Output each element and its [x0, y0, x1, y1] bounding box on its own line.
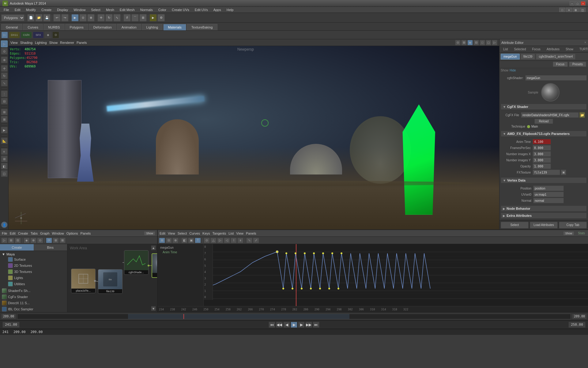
tool-soft-sel[interactable]: ⋮ — [1, 90, 8, 97]
node-tab-file139[interactable]: file139 — [521, 54, 535, 59]
anim-time-field[interactable] — [533, 139, 551, 144]
ge-tb-btn14[interactable]: ⤢ — [253, 238, 259, 243]
timeline-bar[interactable] — [17, 314, 571, 319]
ge-menu-panels[interactable]: Panels — [246, 232, 256, 235]
ge-tb-btn10[interactable]: ◁ — [224, 238, 230, 243]
menu-edit-mesh[interactable]: Edit Mesh — [117, 7, 137, 12]
qa-dx11-btn[interactable]: DX11 — [9, 32, 20, 38]
position-field[interactable] — [533, 186, 564, 191]
vp-icon-3[interactable]: ◈ — [467, 40, 473, 45]
vp-menu-panels[interactable]: Panels — [77, 41, 87, 44]
hs-item-2dtextures[interactable]: 2D Textures — [7, 263, 65, 269]
close-button[interactable]: × — [581, 1, 586, 6]
tool-lasso[interactable]: ⊙ — [1, 48, 8, 55]
select-button[interactable]: Select — [501, 222, 529, 228]
tab-deformation[interactable]: Deformation — [89, 24, 116, 30]
hs-menu-file[interactable]: File — [2, 232, 7, 235]
tab-general[interactable]: General — [1, 24, 22, 30]
toolbar-new-btn[interactable]: 📄 — [27, 14, 35, 21]
attr-tab-list[interactable]: List — [501, 47, 511, 52]
hs-item-utilities[interactable]: Utilities — [7, 281, 65, 287]
copy-tab-button[interactable]: Copy Tab — [559, 222, 587, 228]
fps-field[interactable] — [533, 145, 551, 151]
vp-menu-lighting[interactable]: Lighting — [35, 41, 47, 44]
layout-btn-2[interactable]: ≡ — [566, 8, 572, 12]
hs-maya-header[interactable]: ▼ Maya — [2, 252, 65, 256]
qa-btn5[interactable]: ⊙ — [52, 32, 59, 38]
menu-edit-uvs[interactable]: Edit UVs — [192, 7, 210, 12]
ge-menu-select[interactable]: Select — [178, 232, 187, 235]
hs-item-cgfx[interactable]: CgFx Shader — [1, 294, 66, 300]
hs-tb-btn7[interactable]: ⟳ — [46, 238, 52, 243]
hs-tb-btn9[interactable]: ⊠ — [59, 238, 66, 243]
hs-menu-tabs[interactable]: Tabs — [31, 232, 38, 235]
vp-icon-7[interactable]: ▷ — [492, 40, 497, 45]
tool-show[interactable]: ⊞ — [1, 109, 8, 115]
hs-tb-btn5[interactable]: ⊕ — [30, 238, 36, 243]
ge-tb-btn8[interactable]: △ — [210, 238, 217, 243]
ge-tb-btn13[interactable]: ⤡ — [246, 238, 252, 243]
cgfx-shader-section[interactable]: ▼ CgFX Shader — [501, 104, 587, 110]
layout-btn-1[interactable]: □ — [559, 8, 565, 12]
hs-tb-btn4[interactable]: ◈ — [24, 238, 30, 243]
hs-menu-graph[interactable]: Graph — [40, 232, 50, 235]
fxtexture-browse-btn[interactable]: ▣ — [561, 170, 566, 175]
menu-display[interactable]: Display — [55, 7, 70, 12]
timeline-end-field[interactable] — [572, 314, 587, 319]
hs-item-surface[interactable]: Surface — [7, 256, 65, 263]
layout-btn-3[interactable]: ⊞ — [573, 8, 579, 12]
ge-tb-btn6[interactable]: T — [195, 238, 201, 243]
opacity-field[interactable] — [533, 163, 551, 169]
hs-scroll-down[interactable]: ▼ — [151, 306, 156, 311]
toolbar-rotate-btn[interactable]: ↻ — [105, 14, 113, 21]
menu-create-uvs[interactable]: Create UVs — [169, 7, 192, 12]
num-x-field[interactable] — [533, 151, 551, 157]
tool-select[interactable]: ▷ — [1, 40, 8, 47]
ge-tb-btn11[interactable]: ⌇ — [231, 238, 237, 243]
vertex-data-section[interactable]: ▼ Vertex Data — [501, 177, 587, 183]
load-attributes-button[interactable]: Load Attributes — [530, 222, 558, 228]
vp-menu-shading[interactable]: Shading — [20, 41, 32, 44]
tool-render[interactable]: ▶ — [1, 127, 8, 133]
toolbar-scale-btn[interactable]: ⤡ — [113, 14, 121, 21]
ge-tb-btn5[interactable]: ▣ — [188, 238, 194, 243]
hs-item-ibl[interactable]: IBL Occ Sampler — [1, 306, 66, 312]
qa-cgfx-btn[interactable]: CGfX — [21, 32, 32, 38]
tool-paint[interactable]: ⊕ — [1, 56, 8, 63]
menu-window[interactable]: Window — [71, 7, 88, 12]
tool-move[interactable]: ✛ — [1, 65, 8, 72]
tool-attr3[interactable]: ◧ — [1, 163, 8, 170]
pb-skip-start[interactable]: ⏮ — [269, 322, 275, 328]
layout-btn-4[interactable]: ◫ — [579, 8, 586, 12]
attr-tab-selected[interactable]: Selected — [512, 47, 529, 52]
toolbar-select-btn[interactable]: ▶ — [71, 14, 79, 21]
pb-prev-key[interactable]: ◀ — [283, 322, 290, 328]
ge-tb-btn2[interactable]: ⊟ — [166, 238, 172, 243]
tool-rotate[interactable]: ↻ — [1, 72, 8, 79]
fxtexture-field[interactable] — [533, 170, 560, 175]
tab-texturebaking[interactable]: TextureBaking — [187, 24, 217, 30]
maximize-button[interactable]: □ — [575, 1, 580, 6]
track-animtime-label[interactable]: Anim Time — [159, 250, 202, 255]
vp-menu-show[interactable]: Show — [49, 41, 58, 44]
ge-menu-list[interactable]: List — [228, 232, 234, 235]
tool-measure[interactable]: 📐 — [1, 137, 8, 144]
tool-hide[interactable]: ⊠ — [1, 116, 8, 123]
toolbar-render-btn[interactable]: ▶ — [149, 14, 157, 21]
minimize-button[interactable]: − — [570, 1, 575, 6]
hide-label[interactable]: Hide — [510, 69, 516, 72]
node-megagun[interactable]: megaGun — [152, 253, 157, 278]
qa-btn4[interactable]: ◈ — [45, 32, 51, 38]
normal-field[interactable] — [533, 198, 564, 203]
ge-menu-view[interactable]: View — [168, 232, 175, 235]
toolbar-paint-btn[interactable]: ⊕ — [87, 14, 95, 21]
vp-icon-5[interactable]: □ — [480, 40, 485, 45]
timeline-start-field[interactable] — [1, 314, 16, 319]
tab-materials[interactable]: Materials — [163, 24, 186, 30]
node-place2d[interactable]: place2dTe... — [71, 269, 96, 293]
cgfx-file-field[interactable] — [521, 112, 579, 118]
hypershade-work-area[interactable]: Work Area place2dTe... file — [67, 244, 157, 312]
vp-icon-1[interactable]: ⊙ — [455, 40, 461, 45]
qa-sfx-btn[interactable]: SFX — [33, 32, 44, 38]
tool-sym[interactable]: ⊟ — [1, 98, 8, 105]
